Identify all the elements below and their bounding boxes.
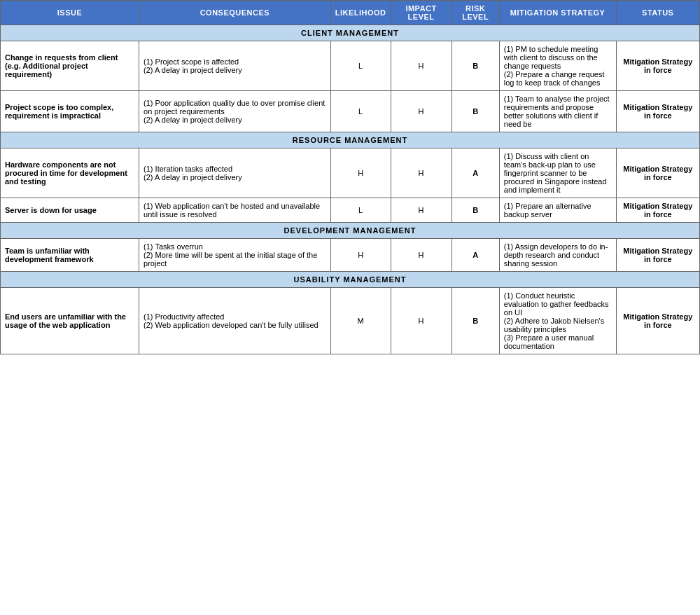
cell-issue: Hardware components are not procured in … — [1, 148, 139, 198]
header-consequences: CONSEQUENCES — [139, 1, 331, 25]
cell-consequences: (1) Project scope is affected (2) A dela… — [139, 41, 331, 91]
cell-status: Mitigation Strategy in force — [616, 239, 699, 272]
cell-issue: Server is down for usage — [1, 198, 139, 223]
table-row: Project scope is too complex, requiremen… — [1, 91, 700, 132]
cell-issue: Change in requests from client (e.g. Add… — [1, 41, 139, 91]
cell-impact: H — [391, 91, 451, 132]
cell-issue: Team is unfamiliar with development fram… — [1, 239, 139, 272]
cell-likelihood: M — [330, 288, 391, 354]
cell-impact: H — [391, 288, 451, 354]
cell-mitigation: (1) Team to analyse the project requirem… — [499, 91, 616, 132]
section-row: CLIENT MANAGEMENT — [1, 25, 700, 41]
table-row: End users are unfamiliar with the usage … — [1, 288, 700, 354]
section-row: DEVELOPMENT MANAGEMENT — [1, 223, 700, 239]
cell-impact: H — [391, 198, 451, 223]
cell-issue: Project scope is too complex, requiremen… — [1, 91, 139, 132]
cell-likelihood: L — [330, 198, 391, 223]
cell-impact: H — [391, 41, 451, 91]
header-risk: RISK LEVEL — [451, 1, 499, 25]
cell-risk: A — [451, 148, 499, 198]
cell-likelihood: L — [330, 91, 391, 132]
cell-impact: H — [391, 148, 451, 198]
table-header-row: ISSUE CONSEQUENCES LIKELIHOOD IMPACT LEV… — [1, 1, 700, 25]
section-row: RESOURCE MANAGEMENT — [1, 132, 700, 148]
cell-status: Mitigation Strategy in force — [616, 198, 699, 223]
section-label: USABILITY MANAGEMENT — [1, 272, 700, 288]
section-row: USABILITY MANAGEMENT — [1, 272, 700, 288]
header-impact: IMPACT LEVEL — [391, 1, 451, 25]
cell-likelihood: H — [330, 239, 391, 272]
cell-status: Mitigation Strategy in force — [616, 288, 699, 354]
section-label: CLIENT MANAGEMENT — [1, 25, 700, 41]
cell-risk: B — [451, 198, 499, 223]
table-row: Server is down for usage(1) Web applicat… — [1, 198, 700, 223]
cell-status: Mitigation Strategy in force — [616, 91, 699, 132]
cell-status: Mitigation Strategy in force — [616, 148, 699, 198]
cell-mitigation: (1) PM to schedule meeting with client t… — [499, 41, 616, 91]
cell-mitigation: (1) Conduct heuristic evaluation to gath… — [499, 288, 616, 354]
cell-mitigation: (1) Discuss with client on team's back-u… — [499, 148, 616, 198]
cell-consequences: (1) Web application can't be hosted and … — [139, 198, 331, 223]
cell-risk: A — [451, 239, 499, 272]
cell-risk: B — [451, 288, 499, 354]
cell-consequences: (1) Poor application quality due to over… — [139, 91, 331, 132]
cell-consequences: (1) Iteration tasks affected (2) A delay… — [139, 148, 331, 198]
cell-mitigation: (1) Assign developers to do in-depth res… — [499, 239, 616, 272]
header-status: STATUS — [616, 1, 699, 25]
table-row: Hardware components are not procured in … — [1, 148, 700, 198]
cell-issue: End users are unfamiliar with the usage … — [1, 288, 139, 354]
risk-register-table: ISSUE CONSEQUENCES LIKELIHOOD IMPACT LEV… — [0, 0, 700, 354]
cell-likelihood: L — [330, 41, 391, 91]
cell-status: Mitigation Strategy in force — [616, 41, 699, 91]
header-issue: ISSUE — [1, 1, 139, 25]
header-mitigation: MITIGATION STRATEGY — [499, 1, 616, 25]
table-row: Change in requests from client (e.g. Add… — [1, 41, 700, 91]
cell-likelihood: H — [330, 148, 391, 198]
cell-risk: B — [451, 91, 499, 132]
cell-mitigation: (1) Prepare an alternative backup server — [499, 198, 616, 223]
cell-consequences: (1) Tasks overrun (2) More time will be … — [139, 239, 331, 272]
cell-consequences: (1) Productivity affected (2) Web applic… — [139, 288, 331, 354]
header-likelihood: LIKELIHOOD — [330, 1, 391, 25]
table-row: Team is unfamiliar with development fram… — [1, 239, 700, 272]
cell-risk: B — [451, 41, 499, 91]
section-label: DEVELOPMENT MANAGEMENT — [1, 223, 700, 239]
cell-impact: H — [391, 239, 451, 272]
section-label: RESOURCE MANAGEMENT — [1, 132, 700, 148]
